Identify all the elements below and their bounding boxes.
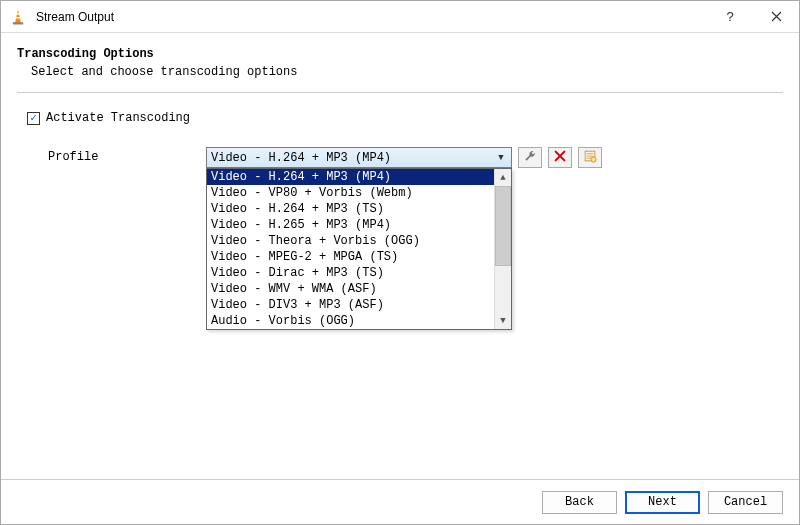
wrench-icon	[523, 149, 537, 167]
profile-option-list: Video - H.264 + MP3 (MP4)Video - VP80 + …	[207, 169, 494, 329]
edit-profile-button[interactable]	[518, 147, 542, 168]
new-profile-icon	[583, 149, 597, 167]
section-subtitle: Select and choose transcoding options	[31, 65, 783, 79]
checkbox-label: Activate Transcoding	[46, 111, 190, 125]
svg-rect-0	[16, 13, 20, 15]
scroll-down-icon[interactable]: ▼	[495, 312, 511, 329]
profile-combobox[interactable]: Video - H.264 + MP3 (MP4) ▼	[206, 147, 512, 168]
profile-option[interactable]: Video - H.264 + MP3 (TS)	[207, 201, 494, 217]
profile-label: Profile	[48, 147, 206, 164]
profile-option[interactable]: Video - H.265 + MP3 (MP4)	[207, 217, 494, 233]
svg-rect-1	[15, 17, 20, 19]
next-button[interactable]: Next	[625, 491, 700, 514]
section-title: Transcoding Options	[17, 47, 783, 61]
profile-option[interactable]: Video - DIV3 + MP3 (ASF)	[207, 297, 494, 313]
profile-row: Profile Video - H.264 + MP3 (MP4) ▼ Vide…	[48, 147, 783, 168]
separator	[17, 92, 783, 93]
vlc-cone-icon	[9, 8, 27, 26]
profile-option[interactable]: Video - Theora + Vorbis (OGG)	[207, 233, 494, 249]
close-button[interactable]	[753, 1, 799, 33]
scroll-up-icon[interactable]: ▲	[495, 169, 511, 186]
help-button[interactable]: ?	[707, 1, 753, 33]
profile-selected-value: Video - H.264 + MP3 (MP4)	[211, 151, 391, 165]
profile-option[interactable]: Video - VP80 + Vorbis (Webm)	[207, 185, 494, 201]
x-icon	[553, 149, 567, 167]
profile-option[interactable]: Video - H.264 + MP3 (MP4)	[207, 169, 494, 185]
profile-option[interactable]: Video - WMV + WMA (ASF)	[207, 281, 494, 297]
svg-rect-2	[13, 22, 24, 24]
activate-transcoding-checkbox[interactable]: ✓ Activate Transcoding	[27, 111, 783, 125]
profile-option[interactable]: Video - MPEG-2 + MPGA (TS)	[207, 249, 494, 265]
profile-dropdown: Video - H.264 + MP3 (MP4)Video - VP80 + …	[206, 168, 512, 330]
profile-option[interactable]: Video - Dirac + MP3 (TS)	[207, 265, 494, 281]
scroll-track	[495, 266, 511, 312]
new-profile-button[interactable]	[578, 147, 602, 168]
footer: Back Next Cancel	[1, 479, 799, 524]
chevron-down-icon: ▼	[493, 149, 509, 166]
checkbox-icon: ✓	[27, 112, 40, 125]
back-button[interactable]: Back	[542, 491, 617, 514]
dropdown-scrollbar[interactable]: ▲ ▼	[494, 169, 511, 329]
profile-option[interactable]: Audio - Vorbis (OGG)	[207, 313, 494, 329]
content-area: Transcoding Options Select and choose tr…	[1, 33, 799, 168]
svg-point-4	[591, 156, 596, 161]
window-title: Stream Output	[36, 10, 707, 24]
titlebar: Stream Output ?	[1, 1, 799, 33]
delete-profile-button[interactable]	[548, 147, 572, 168]
scroll-thumb[interactable]	[495, 186, 511, 266]
cancel-button[interactable]: Cancel	[708, 491, 783, 514]
